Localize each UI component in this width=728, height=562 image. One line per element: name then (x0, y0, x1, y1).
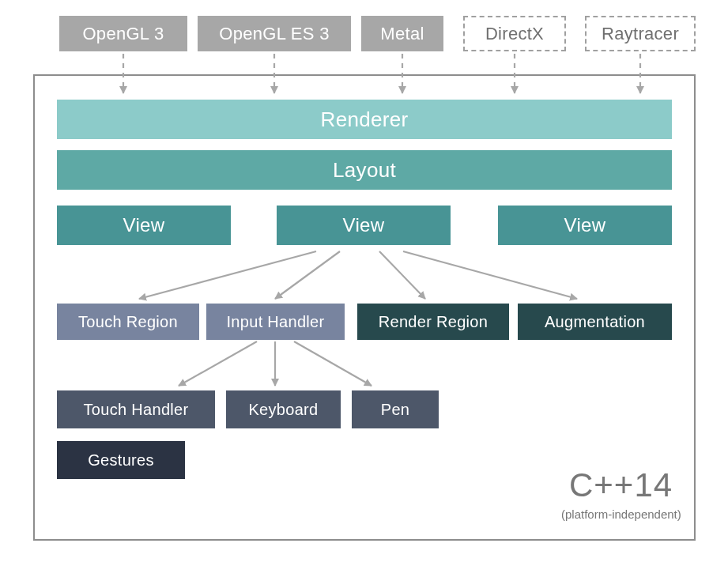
gestures-label: Gestures (88, 451, 154, 470)
input-handler-label: Input Handler (227, 313, 325, 331)
backend-directx: DirectX (463, 16, 566, 51)
pen: Pen (352, 390, 439, 428)
layer-renderer-label: Renderer (321, 107, 409, 132)
touch-region: Touch Region (57, 304, 199, 340)
language-name: C++14 (569, 466, 673, 504)
diagram-stage: OpenGL 3 OpenGL ES 3 Metal DirectX Raytr… (0, 0, 728, 562)
augmentation: Augmentation (518, 304, 672, 340)
backend-metal: Metal (361, 16, 443, 51)
touch-handler: Touch Handler (57, 390, 215, 428)
view-0: View (57, 206, 231, 245)
layer-renderer: Renderer (57, 100, 672, 139)
gestures: Gestures (57, 441, 185, 479)
render-region-label: Render Region (379, 313, 488, 331)
language-note: (platform-independent) (561, 507, 681, 521)
backend-opengles3: OpenGL ES 3 (198, 16, 351, 51)
layer-layout: Layout (57, 150, 672, 190)
view-1: View (277, 206, 451, 245)
layer-layout-label: Layout (333, 158, 396, 183)
input-handler: Input Handler (206, 304, 345, 340)
touch-handler-label: Touch Handler (84, 401, 189, 419)
backend-raytracer: Raytracer (585, 16, 696, 51)
augmentation-label: Augmentation (545, 313, 645, 331)
render-region: Render Region (357, 304, 509, 340)
backend-opengl3: OpenGL 3 (59, 16, 187, 51)
backend-opengles3-label: OpenGL ES 3 (219, 24, 329, 44)
keyboard: Keyboard (226, 390, 341, 428)
backend-raytracer-label: Raytracer (602, 24, 679, 44)
backend-opengl3-label: OpenGL 3 (82, 24, 164, 44)
view-2: View (498, 206, 672, 245)
keyboard-label: Keyboard (248, 401, 318, 419)
backend-directx-label: DirectX (485, 24, 544, 44)
view-1-label: View (343, 214, 385, 236)
view-2-label: View (564, 214, 606, 236)
view-0-label: View (123, 214, 165, 236)
backend-metal-label: Metal (380, 24, 424, 44)
touch-region-label: Touch Region (78, 313, 178, 331)
pen-label: Pen (381, 401, 410, 419)
